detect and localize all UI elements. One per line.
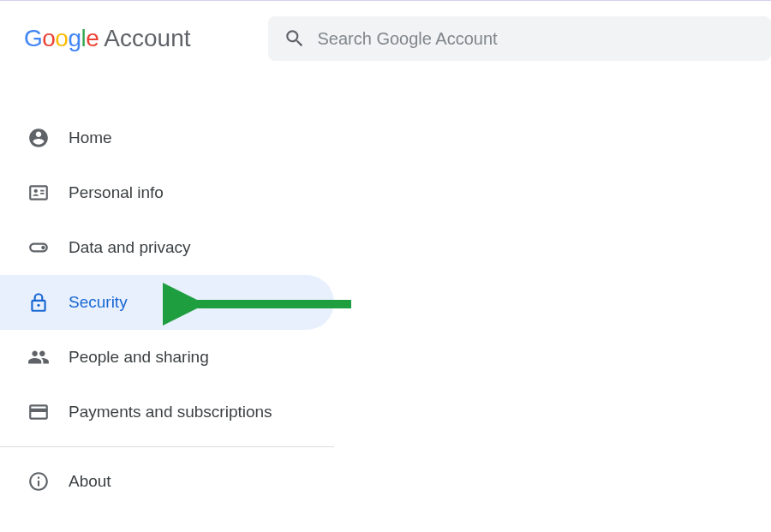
sidebar-item-payments[interactable]: Payments and subscriptions [0,385,334,439]
logo[interactable]: Google Account [24,25,191,52]
credit-card-icon [27,401,50,423]
sidebar-item-label: Payments and subscriptions [69,403,272,421]
account-circle-icon [27,127,50,149]
search-icon [284,27,306,50]
sidebar-item-data-privacy[interactable]: Data and privacy [0,220,334,275]
people-icon [27,346,50,368]
sidebar-item-label: People and sharing [69,348,209,367]
divider [0,446,334,447]
sidebar-item-security[interactable]: Security [0,275,334,330]
info-icon [27,470,50,493]
search-bar[interactable] [268,16,772,61]
lock-icon [27,291,50,314]
search-input[interactable] [318,29,756,49]
sidebar-nav: Home Personal info Data and privacy Secu… [0,76,334,509]
sidebar-item-home[interactable]: Home [0,111,334,165]
sidebar-item-people-sharing[interactable]: People and sharing [0,330,334,385]
sidebar-item-label: Security [69,293,128,312]
header: Google Account [0,1,771,76]
sidebar-item-about[interactable]: About [0,454,334,509]
sidebar-item-label: Data and privacy [69,238,191,257]
product-name: Account [104,25,190,52]
id-card-icon [27,182,50,204]
sidebar-item-personal-info[interactable]: Personal info [0,165,334,220]
google-wordmark: Google [24,25,99,52]
svg-point-1 [37,304,39,307]
toggle-icon [27,236,50,259]
sidebar-item-label: Personal info [69,183,164,202]
sidebar-item-label: Home [69,129,112,147]
sidebar-item-label: About [69,472,111,491]
